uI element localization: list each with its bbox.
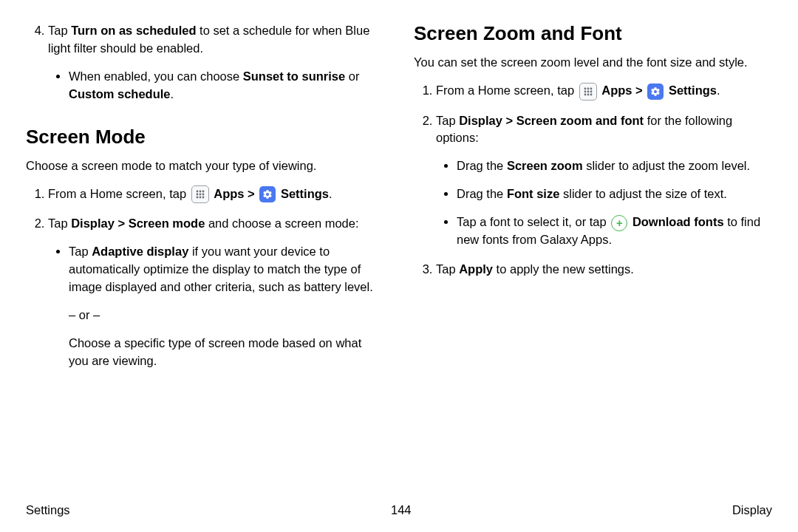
step4-sub1: When enabled, you can choose Sunset to s… [69,68,384,103]
svg-point-11 [590,87,592,89]
svg-point-8 [202,197,204,199]
left-column: Tap Turn on as scheduled to set a schedu… [26,22,384,488]
svg-point-0 [196,191,198,193]
zf-step3: Tap Apply to apply the new settings. [436,261,772,279]
screen-mode-steps: From a Home screen, tap Apps > Settings.… [26,185,384,370]
screen-mode-intro: Choose a screen mode to match your type … [26,157,384,175]
settings-icon [647,83,664,100]
screen-mode-heading: Screen Mode [26,126,384,149]
svg-point-1 [199,191,201,193]
sm-step1: From a Home screen, tap Apps > Settings. [48,185,384,204]
svg-point-17 [590,93,592,95]
apps-icon [579,83,597,100]
settings-label: Settings [669,83,717,97]
sm-step2-sublist: Tap Adaptive display if you want your de… [48,243,384,370]
plus-icon: + [611,215,627,231]
svg-point-14 [590,90,592,92]
page-number: 144 [391,503,412,517]
zoom-font-heading: Screen Zoom and Font [414,22,772,45]
zf-font-slider: Drag the Font size slider to adjust the … [457,185,772,203]
zoom-font-steps: From a Home screen, tap Apps > Settings.… [414,82,772,279]
zoom-font-intro: You can set the screen zoom level and th… [414,54,772,72]
apps-label: Apps [214,187,244,200]
svg-point-5 [202,194,204,196]
sm-choose: Choose a specific type of screen mode ba… [69,335,384,370]
sm-step2: Tap Display > Screen mode and choose a s… [48,215,384,369]
svg-point-2 [202,191,204,193]
svg-point-4 [199,194,201,196]
apps-icon [191,185,209,203]
svg-point-15 [584,93,586,95]
zf-step2: Tap Display > Screen zoom and font for t… [436,112,772,250]
right-column: Screen Zoom and Font You can set the scr… [414,22,772,488]
svg-point-9 [584,87,586,89]
svg-point-16 [587,93,589,95]
svg-point-7 [199,197,201,199]
continued-steps-list: Tap Turn on as scheduled to set a schedu… [26,22,384,103]
footer-right: Display [732,503,772,517]
apps-label: Apps [601,83,632,97]
sm-or: – or – [69,307,384,324]
svg-point-12 [584,90,586,92]
step-4: Tap Turn on as scheduled to set a schedu… [48,22,384,103]
step4-sublist: When enabled, you can choose Sunset to s… [48,68,384,103]
page-footer: Settings 144 Display [26,503,772,517]
zf-step2-sublist: Drag the Screen zoom slider to adjust th… [436,157,772,249]
zf-step1: From a Home screen, tap Apps > Settings. [436,82,772,100]
svg-point-3 [196,194,198,196]
zf-download-fonts: Tap a font to select it, or tap + Downlo… [457,214,772,249]
step4-bold: Turn on as scheduled [71,24,196,37]
settings-label: Settings [281,187,329,200]
svg-point-6 [196,197,198,199]
settings-icon [259,186,276,202]
step4-pre: Tap [48,24,71,37]
footer-left: Settings [26,503,70,517]
zf-zoom-slider: Drag the Screen zoom slider to adjust th… [457,157,772,175]
sm-adaptive: Tap Adaptive display if you want your de… [69,243,384,370]
svg-point-10 [587,87,589,89]
svg-point-13 [587,90,589,92]
